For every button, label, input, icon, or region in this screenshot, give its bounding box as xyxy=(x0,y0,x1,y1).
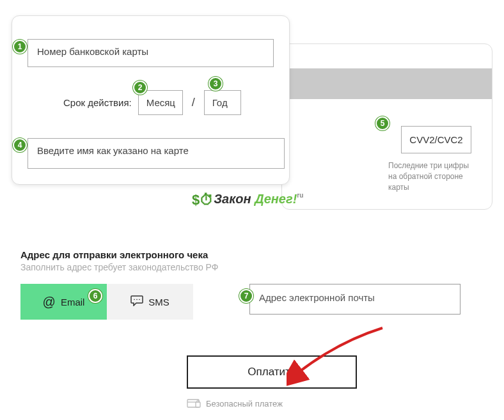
card-front: Номер банковской карты Срок действия: Ме… xyxy=(12,15,290,185)
svg-point-2 xyxy=(139,299,140,300)
expiry-year-input[interactable]: Год xyxy=(204,90,241,115)
badge-5: 5 xyxy=(375,116,390,130)
cvv-hint: Последние три цифры на обратной стороне … xyxy=(388,160,471,192)
receipt-subtitle: Заполнить адрес требует законодательство… xyxy=(20,262,481,272)
lock-card-icon xyxy=(187,398,201,410)
clock-dollar-icon: $⏱ xyxy=(192,192,214,208)
expiry-separator: / xyxy=(185,96,201,109)
badge-6: 6 xyxy=(88,289,102,303)
arrow-annotation xyxy=(287,323,389,387)
card-number-input[interactable]: Номер банковской карты xyxy=(28,39,274,67)
badge-3: 3 xyxy=(209,77,223,91)
svg-point-1 xyxy=(136,299,138,300)
receipt-section: Адрес для отправки электронного чека Зап… xyxy=(20,249,481,320)
badge-1: 1 xyxy=(13,40,27,54)
email-input[interactable]: Адрес электронной почты xyxy=(249,284,461,315)
secure-payment-row: Безопасный платеж xyxy=(187,398,283,410)
svg-rect-5 xyxy=(196,402,200,407)
svg-point-0 xyxy=(134,299,135,300)
at-icon: @ xyxy=(43,295,56,309)
badge-7: 7 xyxy=(239,289,253,303)
tab-sms[interactable]: SMS xyxy=(107,284,193,320)
logo-text-1: Закон xyxy=(214,192,255,206)
cardholder-name-input[interactable]: Введите имя как указано на карте xyxy=(28,138,285,169)
site-logo: $⏱Закон Денег!ru xyxy=(192,192,303,208)
secure-label: Безопасный платеж xyxy=(206,399,283,408)
expiry-label: Срок действия: xyxy=(63,97,132,108)
tabs-row: @ Email SMS Адрес электронной почты xyxy=(20,284,481,320)
badge-4: 4 xyxy=(13,138,27,152)
chat-icon xyxy=(130,295,143,309)
tab-email-label: Email xyxy=(61,297,85,307)
logo-text-2: Денег! xyxy=(255,192,297,206)
logo-ru: ru xyxy=(297,192,303,199)
card-magstripe xyxy=(282,68,492,99)
receipt-title: Адрес для отправки электронного чека xyxy=(20,249,481,260)
badge-2: 2 xyxy=(133,81,147,95)
tab-sms-label: SMS xyxy=(148,297,169,307)
expiry-row: Срок действия: Месяц / Год xyxy=(28,90,274,115)
expiry-month-input[interactable]: Месяц xyxy=(138,90,183,115)
cvv-input[interactable]: CVV2/CVC2 xyxy=(401,126,471,153)
